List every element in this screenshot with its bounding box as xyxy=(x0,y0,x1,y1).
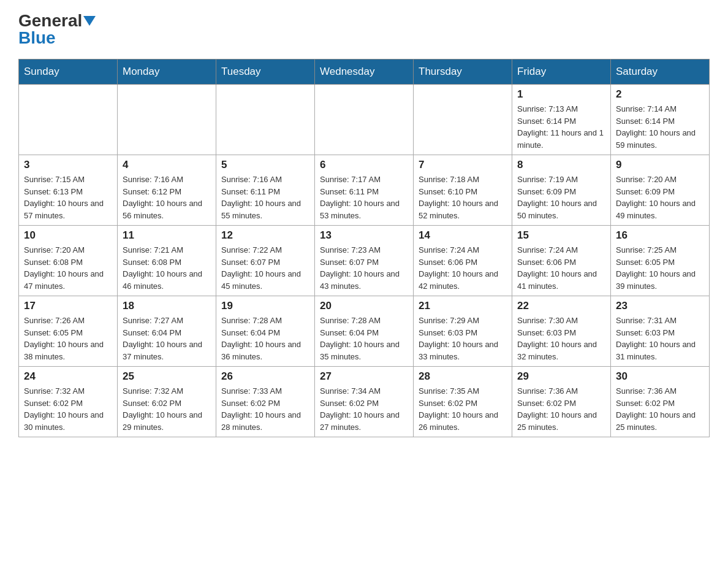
day-info: Sunrise: 7:27 AM Sunset: 6:04 PM Dayligh… xyxy=(123,315,211,362)
day-number: 5 xyxy=(221,159,309,171)
day-number: 11 xyxy=(123,229,211,242)
calendar-cell: 3Sunrise: 7:15 AM Sunset: 6:13 PM Daylig… xyxy=(19,155,118,226)
day-info: Sunrise: 7:28 AM Sunset: 6:04 PM Dayligh… xyxy=(221,315,309,362)
day-info: Sunrise: 7:16 AM Sunset: 6:12 PM Dayligh… xyxy=(123,174,211,221)
calendar-cell: 29Sunrise: 7:36 AM Sunset: 6:02 PM Dayli… xyxy=(512,367,611,437)
day-info: Sunrise: 7:32 AM Sunset: 6:02 PM Dayligh… xyxy=(123,385,211,433)
calendar-cell: 14Sunrise: 7:24 AM Sunset: 6:06 PM Dayli… xyxy=(414,226,512,296)
logo: General Blue xyxy=(18,12,96,47)
day-info: Sunrise: 7:22 AM Sunset: 6:07 PM Dayligh… xyxy=(221,244,309,292)
day-number: 17 xyxy=(24,300,112,312)
day-info: Sunrise: 7:28 AM Sunset: 6:04 PM Dayligh… xyxy=(320,315,408,362)
weekday-header-tuesday: Tuesday xyxy=(216,59,315,85)
day-info: Sunrise: 7:29 AM Sunset: 6:03 PM Dayligh… xyxy=(419,315,507,362)
calendar-cell xyxy=(19,85,118,155)
day-info: Sunrise: 7:26 AM Sunset: 6:05 PM Dayligh… xyxy=(24,315,112,362)
day-info: Sunrise: 7:24 AM Sunset: 6:06 PM Dayligh… xyxy=(419,244,507,292)
calendar-cell: 17Sunrise: 7:26 AM Sunset: 6:05 PM Dayli… xyxy=(19,296,118,367)
calendar-week-row: 3Sunrise: 7:15 AM Sunset: 6:13 PM Daylig… xyxy=(19,155,710,226)
calendar-cell xyxy=(315,85,414,155)
day-info: Sunrise: 7:20 AM Sunset: 6:09 PM Dayligh… xyxy=(616,174,704,221)
calendar-cell: 7Sunrise: 7:18 AM Sunset: 6:10 PM Daylig… xyxy=(414,155,512,226)
calendar-cell: 1Sunrise: 7:13 AM Sunset: 6:14 PM Daylig… xyxy=(512,85,611,155)
day-number: 20 xyxy=(320,300,408,312)
day-number: 12 xyxy=(221,229,309,242)
day-info: Sunrise: 7:24 AM Sunset: 6:06 PM Dayligh… xyxy=(517,244,605,292)
calendar-cell: 15Sunrise: 7:24 AM Sunset: 6:06 PM Dayli… xyxy=(512,226,611,296)
day-info: Sunrise: 7:36 AM Sunset: 6:02 PM Dayligh… xyxy=(616,385,704,433)
day-number: 19 xyxy=(221,300,309,312)
logo-triangle-icon xyxy=(83,16,96,26)
day-number: 30 xyxy=(616,370,704,383)
weekday-header-thursday: Thursday xyxy=(414,59,512,85)
day-number: 25 xyxy=(123,370,211,383)
day-number: 3 xyxy=(24,159,112,171)
page-header: General Blue xyxy=(18,12,710,47)
weekday-header-friday: Friday xyxy=(512,59,611,85)
calendar-cell xyxy=(118,85,216,155)
day-info: Sunrise: 7:15 AM Sunset: 6:13 PM Dayligh… xyxy=(24,174,112,221)
logo-blue-text: Blue xyxy=(18,29,56,47)
calendar-cell xyxy=(216,85,315,155)
day-info: Sunrise: 7:14 AM Sunset: 6:14 PM Dayligh… xyxy=(616,103,704,151)
day-info: Sunrise: 7:36 AM Sunset: 6:02 PM Dayligh… xyxy=(517,385,605,433)
calendar-cell: 21Sunrise: 7:29 AM Sunset: 6:03 PM Dayli… xyxy=(414,296,512,367)
calendar-cell: 13Sunrise: 7:23 AM Sunset: 6:07 PM Dayli… xyxy=(315,226,414,296)
calendar-cell xyxy=(414,85,512,155)
weekday-header-row: SundayMondayTuesdayWednesdayThursdayFrid… xyxy=(19,59,710,85)
calendar-cell: 12Sunrise: 7:22 AM Sunset: 6:07 PM Dayli… xyxy=(216,226,315,296)
calendar-cell: 24Sunrise: 7:32 AM Sunset: 6:02 PM Dayli… xyxy=(19,367,118,437)
day-number: 29 xyxy=(517,370,605,383)
day-info: Sunrise: 7:25 AM Sunset: 6:05 PM Dayligh… xyxy=(616,244,704,292)
calendar-cell: 19Sunrise: 7:28 AM Sunset: 6:04 PM Dayli… xyxy=(216,296,315,367)
calendar-cell: 2Sunrise: 7:14 AM Sunset: 6:14 PM Daylig… xyxy=(611,85,710,155)
day-number: 7 xyxy=(419,159,507,171)
day-number: 26 xyxy=(221,370,309,383)
calendar-cell: 26Sunrise: 7:33 AM Sunset: 6:02 PM Dayli… xyxy=(216,367,315,437)
calendar-cell: 8Sunrise: 7:19 AM Sunset: 6:09 PM Daylig… xyxy=(512,155,611,226)
day-info: Sunrise: 7:33 AM Sunset: 6:02 PM Dayligh… xyxy=(221,385,309,433)
weekday-header-wednesday: Wednesday xyxy=(315,59,414,85)
day-number: 14 xyxy=(419,229,507,242)
calendar-week-row: 1Sunrise: 7:13 AM Sunset: 6:14 PM Daylig… xyxy=(19,85,710,155)
calendar-cell: 30Sunrise: 7:36 AM Sunset: 6:02 PM Dayli… xyxy=(611,367,710,437)
day-number: 1 xyxy=(517,88,605,101)
weekday-header-monday: Monday xyxy=(118,59,216,85)
day-info: Sunrise: 7:17 AM Sunset: 6:11 PM Dayligh… xyxy=(320,174,408,221)
day-info: Sunrise: 7:23 AM Sunset: 6:07 PM Dayligh… xyxy=(320,244,408,292)
day-info: Sunrise: 7:18 AM Sunset: 6:10 PM Dayligh… xyxy=(419,174,507,221)
weekday-header-sunday: Sunday xyxy=(19,59,118,85)
calendar-table: SundayMondayTuesdayWednesdayThursdayFrid… xyxy=(18,59,710,437)
calendar-cell: 25Sunrise: 7:32 AM Sunset: 6:02 PM Dayli… xyxy=(118,367,216,437)
day-number: 21 xyxy=(419,300,507,312)
calendar-cell: 23Sunrise: 7:31 AM Sunset: 6:03 PM Dayli… xyxy=(611,296,710,367)
day-number: 24 xyxy=(24,370,112,383)
calendar-cell: 4Sunrise: 7:16 AM Sunset: 6:12 PM Daylig… xyxy=(118,155,216,226)
calendar-week-row: 24Sunrise: 7:32 AM Sunset: 6:02 PM Dayli… xyxy=(19,367,710,437)
calendar-cell: 10Sunrise: 7:20 AM Sunset: 6:08 PM Dayli… xyxy=(19,226,118,296)
logo-general-text: General xyxy=(18,12,82,29)
day-info: Sunrise: 7:35 AM Sunset: 6:02 PM Dayligh… xyxy=(419,385,507,433)
day-number: 27 xyxy=(320,370,408,383)
day-number: 13 xyxy=(320,229,408,242)
weekday-header-saturday: Saturday xyxy=(611,59,710,85)
calendar-cell: 27Sunrise: 7:34 AM Sunset: 6:02 PM Dayli… xyxy=(315,367,414,437)
calendar-cell: 9Sunrise: 7:20 AM Sunset: 6:09 PM Daylig… xyxy=(611,155,710,226)
calendar-cell: 6Sunrise: 7:17 AM Sunset: 6:11 PM Daylig… xyxy=(315,155,414,226)
day-info: Sunrise: 7:16 AM Sunset: 6:11 PM Dayligh… xyxy=(221,174,309,221)
calendar-cell: 16Sunrise: 7:25 AM Sunset: 6:05 PM Dayli… xyxy=(611,226,710,296)
calendar-cell: 5Sunrise: 7:16 AM Sunset: 6:11 PM Daylig… xyxy=(216,155,315,226)
day-number: 28 xyxy=(419,370,507,383)
day-number: 2 xyxy=(616,88,704,101)
day-info: Sunrise: 7:20 AM Sunset: 6:08 PM Dayligh… xyxy=(24,244,112,292)
day-info: Sunrise: 7:32 AM Sunset: 6:02 PM Dayligh… xyxy=(24,385,112,433)
day-number: 18 xyxy=(123,300,211,312)
day-number: 10 xyxy=(24,229,112,242)
day-info: Sunrise: 7:34 AM Sunset: 6:02 PM Dayligh… xyxy=(320,385,408,433)
day-number: 22 xyxy=(517,300,605,312)
calendar-cell: 11Sunrise: 7:21 AM Sunset: 6:08 PM Dayli… xyxy=(118,226,216,296)
day-info: Sunrise: 7:19 AM Sunset: 6:09 PM Dayligh… xyxy=(517,174,605,221)
day-number: 16 xyxy=(616,229,704,242)
day-info: Sunrise: 7:21 AM Sunset: 6:08 PM Dayligh… xyxy=(123,244,211,292)
calendar-cell: 28Sunrise: 7:35 AM Sunset: 6:02 PM Dayli… xyxy=(414,367,512,437)
